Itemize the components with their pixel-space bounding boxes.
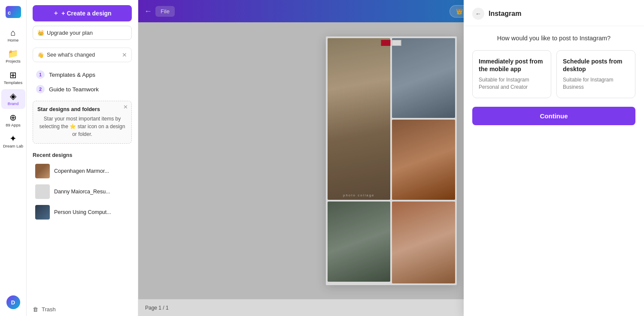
upgrade-plan-label: Upgrade your plan [47, 30, 93, 36]
sidebar-item-projects[interactable]: 📁 Projects [1, 47, 25, 66]
modal-question: How would you like to post to Instagram? [472, 35, 635, 42]
recent-item-person[interactable]: Person Using Comput... [33, 202, 132, 223]
whats-changed-banner[interactable]: 👋 See what's changed ✕ [33, 48, 132, 62]
svg-text:c: c [8, 9, 11, 16]
nav-number-2: 2 [36, 85, 45, 93]
modal-back-button[interactable]: ← [472, 8, 484, 20]
post-option-mobile-subtitle: Suitable for Instagram Personal and Crea… [479, 76, 545, 91]
templates-icon: ⊞ [9, 71, 17, 79]
panel: ＋ + Create a design 👑 Upgrade your plan … [27, 0, 138, 316]
nav-item-guide[interactable]: 2 Guide to Teamwork [33, 82, 132, 96]
sidebar-item-templates-label: Templates [4, 80, 22, 85]
sidebar-item-home[interactable]: ⌂ Home [1, 26, 25, 45]
star-banner-text: Star your most important items by select… [37, 115, 127, 138]
star-banner-close-icon[interactable]: ✕ [123, 104, 128, 110]
nav-item-templates[interactable]: 1 Templates & Apps [33, 67, 132, 82]
nav-number-1: 1 [36, 70, 45, 79]
sidebar-item-apps-label: 89 Apps [6, 123, 20, 127]
recent-thumb-danny [35, 184, 50, 199]
modal-body: How would you like to post to Instagram?… [464, 26, 644, 134]
post-option-desktop-subtitle: Suitable for Instagram Business [563, 76, 629, 91]
recent-item-copenhagen-name: Copenhagen Marmor... [54, 168, 109, 174]
main-area: ← File 👑 Upgrade your plan D | 💬 ⏱ Share… [138, 0, 644, 316]
post-option-desktop-title: Schedule posts from desktop [563, 57, 629, 73]
post-option-mobile-title: Immediately post from the mobile app [479, 57, 545, 73]
post-option-mobile[interactable]: Immediately post from the mobile app Sui… [472, 50, 551, 98]
sidebar-item-brand-label: Brand [8, 101, 18, 106]
sidebar-item-apps[interactable]: ⊕ 89 Apps [1, 111, 25, 130]
trash-icon: 🗑 [33, 306, 38, 313]
star-icon: ⭐ [70, 123, 76, 129]
recent-section-title: Recent designs [33, 152, 132, 158]
create-design-label: + Create a design [61, 10, 111, 17]
nav-item-templates-label: Templates & Apps [49, 72, 95, 78]
sidebar-item-projects-label: Projects [6, 59, 20, 63]
recent-item-danny[interactable]: Danny Maiorca_Resu... [33, 181, 132, 202]
panel-header: ＋ + Create a design 👑 Upgrade your plan [27, 0, 138, 44]
star-banner-title: Star designs and folders [37, 106, 127, 112]
dreamlab-icon: ✦ [9, 134, 17, 143]
projects-icon: 📁 [8, 49, 18, 58]
post-option-desktop[interactable]: Schedule posts from desktop Suitable for… [556, 50, 635, 98]
recent-item-danny-name: Danny Maiorca_Resu... [54, 189, 110, 195]
brand-icon: ◈ [10, 92, 16, 100]
sidebar-item-brand[interactable]: ◈ Brand [1, 89, 25, 108]
sidebar-item-dreamlab[interactable]: ✦ Dream Lab [1, 132, 25, 151]
apps-icon: ⊕ [9, 113, 17, 122]
home-icon: ⌂ [10, 28, 15, 37]
upgrade-crown-icon: 👑 [37, 30, 44, 36]
create-design-button[interactable]: ＋ + Create a design [33, 5, 132, 21]
recent-item-copenhagen[interactable]: Copenhagen Marmor... [33, 161, 132, 181]
modal-header: ← Instagram [464, 0, 644, 26]
upgrade-plan-button[interactable]: 👑 Upgrade your plan [33, 26, 132, 40]
recent-thumb-copenhagen [35, 164, 50, 178]
sidebar-avatar[interactable]: D [6, 295, 20, 309]
nav-item-guide-label: Guide to Teamwork [49, 86, 99, 93]
sidebar-item-templates[interactable]: ⊞ Templates [1, 68, 25, 87]
modal-title: Instagram [489, 10, 521, 18]
instagram-modal: ← Instagram How would you like to post t… [464, 0, 644, 316]
nav-list: 1 Templates & Apps 2 Guide to Teamwork [27, 66, 138, 96]
post-options: Immediately post from the mobile app Sui… [472, 50, 635, 98]
recent-item-person-name: Person Using Comput... [54, 209, 111, 215]
modal-overlay: ← Instagram How would you like to post t… [138, 0, 644, 316]
continue-button[interactable]: Continue [472, 107, 635, 125]
recent-designs-section: Recent designs Copenhagen Marmor... Dann… [27, 148, 138, 301]
whats-changed-left: 👋 See what's changed [37, 52, 95, 58]
trash-label: Trash [42, 306, 56, 313]
sidebar-item-dreamlab-label: Dream Lab [3, 144, 23, 148]
whats-changed-close-icon[interactable]: ✕ [122, 51, 127, 58]
star-designs-banner: ✕ Star designs and folders Star your mos… [33, 101, 132, 144]
wave-icon: 👋 [37, 52, 44, 58]
create-design-plus-icon: ＋ [53, 9, 59, 17]
recent-thumb-person [35, 205, 50, 220]
whats-changed-label: See what's changed [47, 52, 95, 58]
sidebar: c ⌂ Home 📁 Projects ⊞ Templates ◈ Brand … [0, 0, 27, 316]
canva-logo-container[interactable]: c [1, 3, 25, 21]
trash-item[interactable]: 🗑 Trash [27, 303, 138, 316]
sidebar-item-home-label: Home [8, 38, 18, 42]
